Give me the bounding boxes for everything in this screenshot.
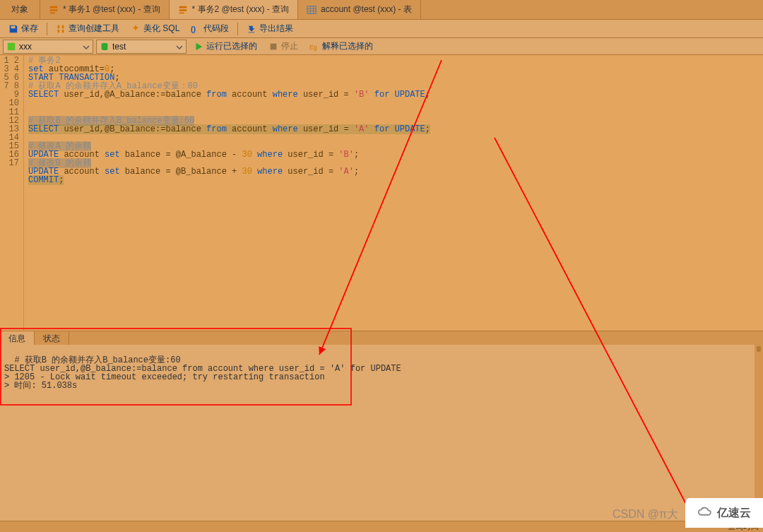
tab-status[interactable]: 状态 [35,331,69,345]
explain-label: 解释已选择的 [322,40,373,52]
status-bar: 查询时间 [0,521,763,532]
sql-editor: 1 2 3 4 5 6 7 8 9 10 11 12 13 14 15 16 1… [0,55,763,331]
output-panel[interactable]: # 获取B 的余额并存入B_balance变量:60 SELECT user_i… [0,345,763,524]
save-icon [8,24,18,34]
beautify-sql-button[interactable]: 美化 SQL [126,21,184,36]
server-icon [6,42,16,52]
snippet-label: 代码段 [203,23,229,35]
save-label: 保存 [21,23,38,35]
database-icon [100,42,110,52]
svg-rect-4 [271,43,277,49]
stop-label: 停止 [281,40,298,52]
export-label: 导出结果 [259,23,293,35]
database-label: test [112,42,173,52]
query-icon [49,5,59,15]
snippet-icon: () [191,24,201,34]
tab-label: * 事务1 @test (xxx) - 查询 [63,4,160,16]
stop-icon [268,42,278,52]
chevron-down-icon [176,43,183,50]
yisu-label: 亿速云 [717,506,751,521]
output-tabstrip: 信息 状态 [0,331,763,345]
table-icon [307,5,317,15]
svg-text:(): () [191,24,196,32]
svg-rect-0 [307,6,316,13]
builder-label: 查询创建工具 [69,23,119,35]
play-icon [194,42,203,52]
toolbar-separator [237,23,238,35]
connection-row: xxx test 运行已选择的 停止 Eg 解释已选择的 [0,38,763,55]
snippet-button[interactable]: () 代码段 [187,21,233,36]
server-label: xxx [19,42,80,52]
csdn-watermark: CSDN @π大 [613,507,678,522]
line-gutter: 1 2 3 4 5 6 7 8 9 10 11 12 13 14 15 16 1… [0,55,24,331]
tab-query-2[interactable]: * 事务2 @test (xxx) - 查询 [170,0,299,19]
save-button[interactable]: 保存 [4,21,42,36]
run-selected-button[interactable]: 运行已选择的 [189,39,261,54]
export-result-button[interactable]: 导出结果 [242,21,297,36]
tab-info[interactable]: 信息 [0,331,35,345]
tab-objects-label: 对象 [11,4,28,16]
explain-icon: Eg [309,42,319,52]
tab-label: * 事务2 @test (xxx) - 查询 [192,4,290,16]
database-combo[interactable]: test [96,40,187,54]
builder-icon [56,24,66,34]
export-icon [247,24,256,34]
beautify-icon [131,24,141,34]
code-area[interactable]: # 事务2 set autocommit=0; START TRANSACTIO… [24,55,763,331]
beautify-label: 美化 SQL [143,23,179,35]
explain-selected-button[interactable]: Eg 解释已选择的 [305,39,377,54]
output-scrollbar[interactable] [755,345,763,524]
query-builder-button[interactable]: 查询创建工具 [52,21,124,36]
output-text: # 获取B 的余额并存入B_balance变量:60 SELECT user_i… [4,355,401,391]
document-tabstrip: 对象 * 事务1 @test (xxx) - 查询 * 事务2 @test (x… [0,0,763,20]
tab-objects[interactable]: 对象 [0,0,40,19]
stop-button: 停止 [264,39,302,54]
tab-label: account @test (xxx) - 表 [321,4,412,16]
tab-query-1[interactable]: * 事务1 @test (xxx) - 查询 [40,0,170,19]
svg-rect-2 [8,42,16,50]
server-combo[interactable]: xxx [3,40,93,54]
query-icon [178,5,188,15]
yisu-watermark: 亿速云 [685,498,763,528]
tab-table-account[interactable]: account @test (xxx) - 表 [298,0,421,19]
toolbar-separator [47,23,47,35]
scrollbar-thumb[interactable] [757,346,761,352]
chevron-down-icon [83,43,90,50]
run-label: 运行已选择的 [206,40,257,52]
toolbar: 保存 查询创建工具 美化 SQL () 代码段 导出结果 [0,20,763,38]
svg-text:Eg: Eg [309,43,317,50]
